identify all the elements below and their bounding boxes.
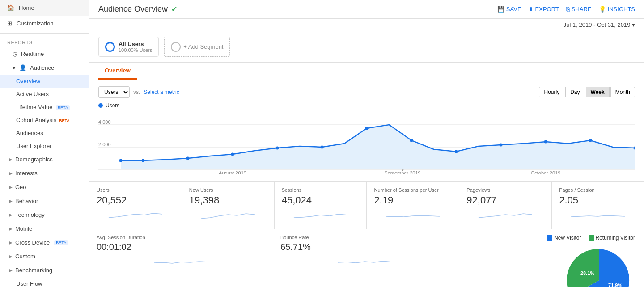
sidebar-item-realtime[interactable]: ◷ Realtime — [0, 47, 89, 61]
technology-label: Technology — [15, 211, 45, 218]
svg-point-5 — [119, 159, 123, 162]
sidebar-item-cross-device[interactable]: ▶ Cross Device BETA — [0, 236, 89, 249]
line-chart: 4,000 2,000 A — [98, 111, 635, 174]
sidebar-item-geo[interactable]: ▶ Geo — [0, 180, 89, 194]
metric-select[interactable]: Users — [98, 86, 130, 98]
pie-section: New Visitor Returning Visitor 71.9% — [547, 235, 635, 287]
geo-label: Geo — [15, 184, 26, 190]
sidebar-item-technology[interactable]: ▶ Technology — [0, 208, 89, 222]
sidebar-item-user-explorer[interactable]: User Explorer — [0, 139, 89, 152]
stat-label-avg-session: Avg. Session Duration — [97, 235, 266, 240]
sidebar-item-home[interactable]: 🏠 Home — [0, 0, 89, 16]
sidebar-item-lifetime-value[interactable]: Lifetime Value BETA — [0, 101, 89, 114]
stat-label-bounce-rate: Bounce Rate — [280, 235, 449, 240]
select-metric-link[interactable]: Select a metric — [144, 89, 179, 95]
sidebar-item-overview[interactable]: Overview — [0, 75, 89, 88]
sidebar-item-mobile[interactable]: ▶ Mobile — [0, 222, 89, 236]
svg-point-11 — [365, 127, 369, 130]
technology-chevron-icon: ▶ — [9, 212, 13, 217]
cross-device-chevron-icon: ▶ — [9, 240, 13, 245]
add-segment-label: + Add Segment — [183, 43, 223, 50]
pie-chart-svg: 71.9% 28.1% — [564, 245, 635, 287]
segment-name: All Users — [119, 41, 152, 47]
sidebar-item-audience[interactable]: ▾ 👤 Audience — [0, 61, 89, 75]
sidebar-divider — [0, 33, 89, 34]
sidebar-home-label: Home — [19, 4, 34, 11]
sparkline-pages-per-session — [559, 209, 637, 222]
add-segment-button[interactable]: + Add Segment — [164, 37, 230, 57]
chart-section: Users vs. Select a metric Hourly Day Wee… — [89, 80, 644, 182]
active-users-label: Active Users — [16, 91, 49, 97]
pie-legend-new-label: New Visitor — [554, 235, 581, 241]
tab-overview[interactable]: Overview — [98, 63, 137, 80]
overview-label: Overview — [16, 78, 40, 84]
pie-legend-new: New Visitor — [547, 235, 581, 241]
legend-dot-users — [98, 103, 103, 108]
svg-text:4,000: 4,000 — [98, 119, 111, 125]
svg-point-8 — [231, 153, 234, 156]
stat-value-sessions: 45,024 — [282, 194, 360, 206]
svg-point-9 — [276, 147, 279, 150]
stat-card-avg-session: Avg. Session Duration 00:01:02 — [89, 229, 273, 287]
save-button[interactable]: 💾 SAVE — [497, 6, 521, 13]
sidebar-item-demographics[interactable]: ▶ Demographics — [0, 152, 89, 166]
interests-chevron-icon: ▶ — [9, 171, 13, 176]
sidebar-item-customization[interactable]: ⊞ Customization — [0, 16, 89, 31]
stat-value-bounce-rate: 65.71% — [280, 242, 449, 252]
cohort-badge: BETA — [59, 118, 70, 123]
svg-point-14 — [500, 144, 503, 147]
stat-label-pageviews: Pageviews — [466, 187, 544, 193]
benchmarking-chevron-icon: ▶ — [9, 268, 13, 273]
insights-label: INSIGHTS — [608, 6, 635, 13]
pie-legend-returning: Returning Visitor — [589, 235, 636, 241]
custom-label: Custom — [15, 253, 35, 260]
svg-point-10 — [321, 146, 324, 149]
svg-text:▾: ▾ — [402, 168, 404, 173]
sidebar-item-interests[interactable]: ▶ Interests — [0, 166, 89, 180]
sidebar-item-user-flow[interactable]: User Flow — [0, 277, 89, 287]
sidebar-customization-label: Customization — [17, 20, 53, 27]
save-label: SAVE — [506, 6, 521, 13]
export-button[interactable]: ⬆ EXPORT — [529, 6, 559, 13]
pie-legend-dot-returning — [589, 235, 594, 241]
sparkline-users — [97, 209, 174, 222]
chart-container: 4,000 2,000 A — [98, 111, 635, 175]
insights-button[interactable]: 💡 INSIGHTS — [599, 6, 635, 13]
topbar: Audience Overview ✔ 💾 SAVE ⬆ EXPORT ⎘ SH… — [89, 0, 644, 19]
share-button[interactable]: ⎘ SHARE — [566, 6, 592, 13]
chart-legend: Users — [98, 102, 635, 109]
mobile-label: Mobile — [15, 225, 32, 232]
time-btn-month[interactable]: Month — [610, 87, 635, 97]
sparkline-new-users — [189, 209, 267, 222]
sidebar-item-behavior[interactable]: ▶ Behavior — [0, 194, 89, 208]
time-btn-hourly[interactable]: Hourly — [539, 87, 564, 97]
chart-left-controls: Users vs. Select a metric — [98, 86, 179, 98]
user-flow-label: User Flow — [16, 280, 42, 287]
time-btn-week[interactable]: Week — [586, 87, 610, 97]
svg-point-15 — [544, 140, 547, 144]
customization-icon: ⊞ — [7, 20, 12, 27]
pie-chart-area: New Visitor Returning Visitor 71.9% — [457, 229, 644, 287]
share-icon: ⎘ — [566, 6, 570, 13]
segment-circle-icon — [105, 42, 115, 52]
sidebar-item-benchmarking[interactable]: ▶ Benchmarking — [0, 263, 89, 277]
stat-card-users: Users 20,552 — [89, 182, 182, 229]
time-btn-day[interactable]: Day — [565, 87, 585, 97]
stats-row-2: Avg. Session Duration 00:01:02 Bounce Ra… — [89, 229, 644, 287]
sidebar-item-active-users[interactable]: Active Users — [0, 88, 89, 101]
sidebar-item-audiences[interactable]: Audiences — [0, 127, 89, 139]
stat-label-new-users: New Users — [189, 187, 267, 193]
svg-text:28.1%: 28.1% — [580, 270, 594, 276]
sidebar-item-custom[interactable]: ▶ Custom — [0, 249, 89, 263]
all-users-segment[interactable]: All Users 100.00% Users — [98, 37, 159, 57]
audience-icon: 👤 — [19, 64, 26, 71]
sidebar: 🏠 Home ⊞ Customization REPORTS ◷ Realtim… — [0, 0, 89, 287]
stat-value-sessions-per-user: 2.19 — [374, 194, 452, 206]
stat-card-new-users: New Users 19,398 — [182, 182, 275, 229]
svg-text:71.9%: 71.9% — [608, 283, 622, 287]
date-range-text: Jul 1, 2019 - Oct 31, 2019 — [564, 21, 631, 28]
user-explorer-label: User Explorer — [16, 143, 51, 149]
stat-card-bounce-rate: Bounce Rate 65.71% — [273, 229, 457, 287]
date-range[interactable]: Jul 1, 2019 - Oct 31, 2019 ▾ — [89, 19, 644, 31]
sidebar-item-cohort-analysis[interactable]: Cohort Analysis BETA — [0, 114, 89, 127]
